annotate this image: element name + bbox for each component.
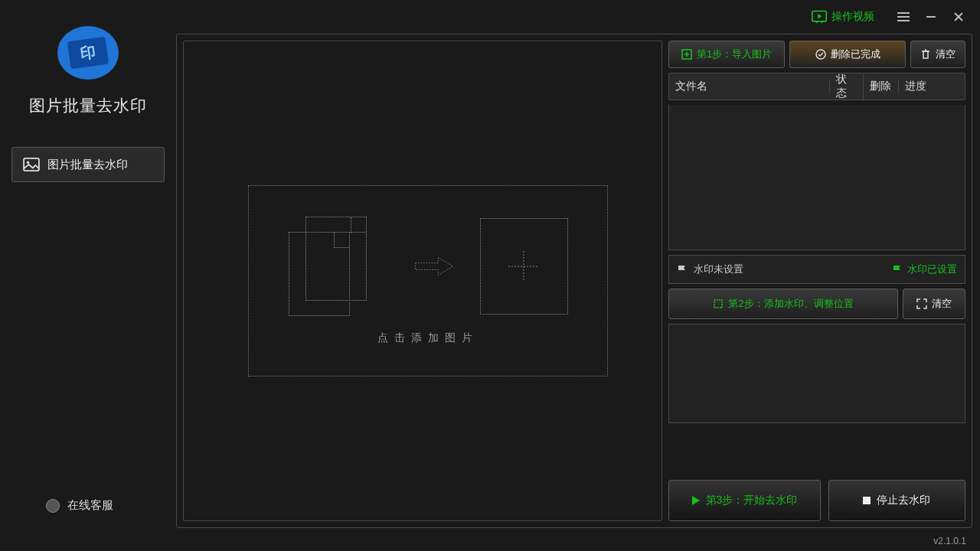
preview-canvas: 点击添加图片 (183, 41, 662, 521)
online-support-link[interactable]: 在线客服 (46, 498, 113, 513)
support-icon (46, 499, 60, 513)
drop-zone[interactable]: 点击添加图片 (248, 185, 608, 377)
delete-completed-button[interactable]: 删除已完成 (789, 41, 906, 68)
col-delete: 删除 (864, 80, 899, 93)
stop-button[interactable]: 停止去水印 (828, 480, 965, 521)
minimize-button[interactable] (917, 5, 945, 28)
watermark-list (668, 324, 965, 423)
expand-icon (916, 298, 927, 309)
flag-icon (892, 264, 903, 275)
app-title: 图片批量去水印 (29, 95, 147, 116)
operation-video-link[interactable]: 操作视频 (812, 10, 874, 24)
import-icon (681, 49, 692, 60)
col-progress: 进度 (899, 80, 965, 93)
sidebar-item-remove-watermark[interactable]: 图片批量去水印 (11, 147, 165, 182)
app-logo: 印 (57, 26, 119, 80)
sidebar-item-label: 图片批量去水印 (47, 158, 128, 172)
add-box-icon (480, 218, 568, 315)
watermark-not-set-label: 水印未设置 (694, 262, 743, 276)
watermark-set-label: 水印已设置 (907, 262, 957, 276)
col-status: 状态 (830, 73, 864, 100)
image-icon (23, 158, 40, 171)
svg-rect-18 (923, 51, 928, 58)
close-button[interactable] (945, 5, 972, 28)
operation-video-label: 操作视频 (831, 10, 874, 24)
video-icon (812, 10, 827, 24)
plus-icon (505, 247, 543, 285)
documents-icon (289, 217, 388, 316)
svg-point-11 (27, 161, 30, 165)
titlebar: 操作视频 (0, 0, 980, 34)
drop-illustration (289, 217, 568, 316)
watermark-status-row: 水印未设置 水印已设置 (668, 255, 965, 284)
step1-import-button[interactable]: 第1步：导入图片 (668, 41, 785, 68)
flag-icon (677, 264, 688, 275)
stop-icon (863, 497, 871, 504)
file-list (668, 105, 965, 250)
watermark-set-link[interactable]: 水印已设置 (892, 262, 957, 276)
crop-icon (713, 298, 724, 309)
file-table-header: 文件名 状态 删除 进度 (668, 73, 965, 100)
svg-rect-20 (714, 300, 722, 308)
menu-button[interactable] (890, 5, 917, 28)
step3-start-button[interactable]: 第3步：开始去水印 (668, 480, 821, 521)
hamburger-icon (897, 11, 910, 22)
step2-add-watermark-button[interactable]: 第2步：添加水印、调整位置 (668, 289, 898, 319)
right-panel: 第1步：导入图片 删除已完成 清空 文件名 状态 删除 进度 水印未设置 (668, 41, 965, 521)
svg-rect-10 (24, 158, 39, 171)
check-circle-icon (815, 49, 826, 60)
close-icon (953, 11, 964, 22)
minimize-icon (926, 11, 936, 22)
clear-watermark-button[interactable]: 清空 (903, 289, 965, 319)
drop-text: 点击添加图片 (377, 331, 479, 345)
clear-files-button[interactable]: 清空 (910, 41, 965, 68)
arrow-icon (411, 255, 457, 278)
trash-icon (920, 49, 931, 60)
main-area: 点击添加图片 第1步：导入图片 删除已完成 清空 文件名 状态 删除 进度 (176, 34, 972, 528)
play-icon (692, 496, 700, 505)
support-label: 在线客服 (67, 498, 113, 513)
sidebar: 印 图片批量去水印 图片批量去水印 在线客服 (0, 34, 176, 528)
col-filename: 文件名 (669, 80, 830, 93)
version-label: v2.1.0.1 (933, 536, 966, 546)
svg-marker-1 (818, 14, 822, 19)
